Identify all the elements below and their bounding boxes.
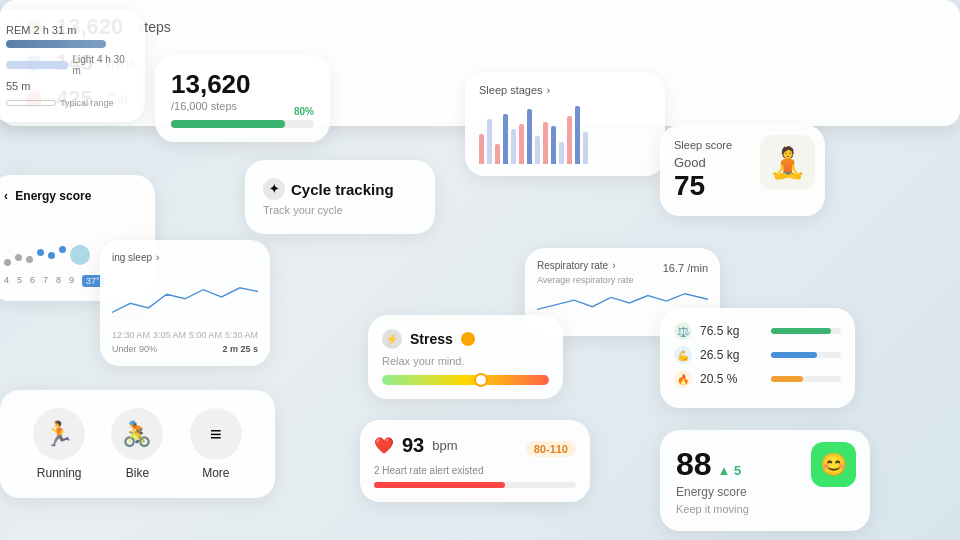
energy-br-label: Energy score [676, 485, 854, 499]
dot-4 [37, 249, 44, 256]
muscle-bar [771, 352, 817, 358]
stats-steps-row: 🟢 13,620 steps [20, 14, 940, 40]
stress-sub: Relax your mind. [382, 355, 549, 367]
hr-range: 80-110 [526, 441, 576, 457]
muscle-bar-wrap [771, 352, 841, 358]
rem-bar [6, 40, 106, 48]
energy-br-sub: Keep it moving [676, 503, 854, 515]
resp-label-text: Respiratory rate [537, 260, 608, 271]
hr-header-row: ❤️ 93 bpm 80-110 [374, 434, 576, 463]
resp-label: Respiratory rate › [537, 260, 615, 271]
bar-10 [551, 126, 556, 164]
left-arrow-btn[interactable]: ‹ [4, 189, 8, 203]
dot-2 [15, 254, 22, 261]
dot-1 [4, 259, 11, 266]
activity-running[interactable]: 🏃 Running [33, 408, 85, 480]
steps-goal: /16,000 steps [171, 100, 314, 112]
typical-label: Typical range [60, 98, 114, 108]
sleeping-label: ing sleep [112, 252, 152, 263]
sleeping-footer: Under 90% 2 m 25 s [112, 344, 258, 354]
stress-title: Stress [410, 331, 453, 347]
bar-7 [527, 109, 532, 164]
hr-bar-fill [374, 482, 505, 488]
bike-icon-circle: 🚴 [111, 408, 163, 460]
sleeping-trend-card: ing sleep › 12:30 AM3:05 AM5:00 AM5:30 A… [100, 240, 270, 366]
sleep-rem-text: REM 2 h 31 m [6, 24, 129, 36]
sleep-stages-bars [479, 104, 651, 164]
sleep-card: REM 2 h 31 m Light 4 h 30 m 55 m Typical… [0, 10, 145, 122]
bar-1 [479, 134, 484, 164]
hr-bpm: 93 [402, 434, 424, 457]
sleep-stages-arrow[interactable]: › [547, 84, 551, 96]
bar-2 [487, 119, 492, 164]
steps-pct: 80% [294, 106, 314, 117]
resp-header-row: Respiratory rate › 16.7 /min [537, 260, 708, 275]
stress-bar [382, 375, 549, 385]
cycle-tracking-card[interactable]: ✦ Cycle tracking Track your cycle [245, 160, 435, 234]
bar-6 [519, 124, 524, 164]
body-muscle-row: 💪 26.5 kg [674, 346, 841, 364]
fat-label: 20.5 % [700, 372, 763, 386]
bar-5 [511, 129, 516, 164]
activity-card: 🏃 Running 🚴 Bike ≡ More [0, 390, 275, 498]
sleep-score-illustration: 🧘 [760, 135, 815, 190]
sleeping-chart [112, 269, 258, 324]
bar-12 [567, 116, 572, 164]
fat-icon: 🔥 [674, 370, 692, 388]
bike-label: Bike [126, 466, 149, 480]
hr-bar-wrap [374, 482, 576, 488]
sleep-stages-header: Sleep stages › [479, 84, 651, 96]
bar-3 [495, 144, 500, 164]
sleeping-arrow[interactable]: › [156, 252, 159, 263]
body-weight-row: ⚖️ 76.5 kg [674, 322, 841, 340]
dot-5 [48, 252, 55, 259]
energy-mascot: 😊 [811, 442, 856, 487]
fat-bar-wrap [771, 376, 841, 382]
sleeping-duration: 2 m 25 s [222, 344, 258, 354]
energy-br-value: 88 [676, 446, 712, 483]
hr-unit: bpm [432, 438, 457, 453]
sleep-light-row: Light 4 h 30 m [6, 54, 129, 76]
bar-9 [543, 122, 548, 164]
sleeping-header: ing sleep › [112, 252, 258, 263]
stress-level-dot [461, 332, 475, 346]
steps-card: 13,620 /16,000 steps 80% [155, 55, 330, 142]
sleep-score-card: Sleep score Good 75 🧘 [660, 125, 825, 216]
more-label: More [202, 466, 229, 480]
typical-bar [6, 100, 56, 106]
activity-row: 🏃 Running 🚴 Bike ≡ More [20, 408, 255, 480]
more-icon-circle: ≡ [190, 408, 242, 460]
steps-bar: 80% [171, 120, 314, 128]
heart-rate-card: ❤️ 93 bpm 80-110 2 Heart rate alert exis… [360, 420, 590, 502]
bar-11 [559, 142, 564, 164]
bar-4 [503, 114, 508, 164]
sleep-55-text: 55 m [6, 80, 129, 92]
sleeping-note: Under 90% [112, 344, 157, 354]
running-label: Running [37, 466, 82, 480]
light-bar [6, 61, 68, 69]
energy-br-delta: ▲ 5 [718, 463, 742, 478]
dot-current [70, 245, 90, 265]
hr-sub: 2 Heart rate alert existed [374, 465, 576, 476]
weight-bar [771, 328, 831, 334]
cycle-sub-text: Track your cycle [263, 204, 417, 216]
resp-value: 16.7 /min [663, 262, 708, 274]
resp-arrow[interactable]: › [612, 260, 615, 271]
body-fat-row: 🔥 20.5 % [674, 370, 841, 388]
weight-icon: ⚖️ [674, 322, 692, 340]
typical-range: Typical range [6, 98, 129, 108]
stress-header-row: ⚡ Stress [382, 329, 549, 349]
body-comp-card: ⚖️ 76.5 kg 💪 26.5 kg 🔥 20.5 % [660, 308, 855, 408]
heart-icon: ❤️ [374, 436, 394, 455]
activity-bike[interactable]: 🚴 Bike [111, 408, 163, 480]
bar-13 [575, 106, 580, 164]
weight-label: 76.5 kg [700, 324, 763, 338]
sleep-stages-label: Sleep stages [479, 84, 543, 96]
cycle-title-row: ✦ Cycle tracking [263, 178, 417, 200]
dot-6 [59, 246, 66, 253]
activity-more[interactable]: ≡ More [190, 408, 242, 480]
stress-indicator [474, 373, 488, 387]
cycle-icon: ✦ [263, 178, 285, 200]
dot-3 [26, 256, 33, 263]
stress-card: ⚡ Stress Relax your mind. [368, 315, 563, 399]
